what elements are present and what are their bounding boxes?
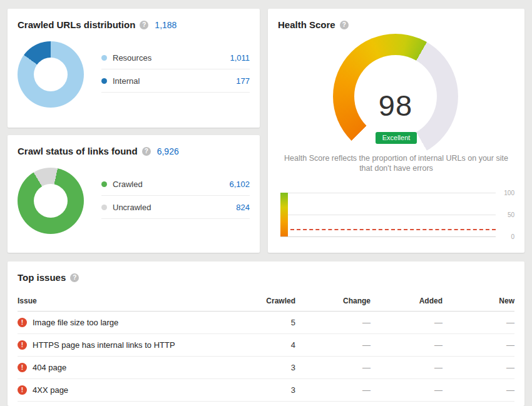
card-header: Crawl status of links found ? 6,926 — [8, 135, 260, 156]
legend-value-link[interactable]: 1,011 — [230, 53, 250, 63]
legend-value-link[interactable]: 6,102 — [229, 180, 250, 189]
issue-change: — — [295, 357, 371, 379]
top-issues-table: Issue Crawled Change Added New ! Image f… — [18, 291, 514, 402]
crawled-urls-total-link[interactable]: 1,188 — [155, 20, 176, 30]
legend-row-internal: Internal 177 — [101, 69, 250, 93]
issue-crawled-count: 5 — [220, 312, 295, 334]
crawl-status-title: Crawl status of links found — [18, 146, 138, 156]
issue-added: — — [371, 379, 442, 402]
issue-crawled-count: 4 — [220, 334, 295, 357]
help-icon[interactable]: ? — [140, 21, 148, 29]
column-header-change[interactable]: Change — [295, 291, 371, 312]
legend-label: Resources — [113, 53, 151, 63]
axis-label-100: 100 — [498, 190, 514, 196]
gridline-100 — [280, 193, 496, 193]
legend-label: Uncrawled — [113, 203, 151, 212]
legend-dot-icon — [101, 55, 107, 61]
legend-dot-icon — [101, 78, 107, 84]
health-score-card: Health Score ? 98 Excellent Health Score… — [268, 9, 524, 253]
issue-name[interactable]: 404 page — [33, 363, 66, 372]
column-header-crawled[interactable]: Crawled — [220, 291, 295, 312]
history-dashed-line — [290, 229, 496, 230]
issue-crawled-count: 3 — [220, 357, 295, 379]
legend-label: Internal — [113, 76, 140, 86]
help-icon[interactable]: ? — [142, 147, 151, 156]
top-issues-title: Top issues — [18, 272, 66, 283]
crawled-urls-title: Crawled URLs distribution — [18, 19, 135, 30]
issue-change: — — [295, 334, 371, 357]
issue-new: — — [442, 379, 514, 402]
gridline-0 — [280, 236, 496, 237]
table-row[interactable]: ! 404 page 3 — — — — [18, 357, 514, 379]
score-scale-bar — [280, 193, 288, 236]
axis-label-50: 50 — [498, 211, 514, 218]
issue-added: — — [371, 334, 442, 357]
crawl-status-legend: Crawled 6,102 Uncrawled 824 — [101, 173, 250, 234]
help-icon[interactable]: ? — [340, 21, 349, 29]
table-row[interactable]: ! Image file size too large 5 — — — — [18, 312, 514, 334]
error-icon: ! — [18, 363, 27, 372]
legend-dot-icon — [101, 205, 107, 210]
crawl-status-donut-chart — [18, 168, 84, 234]
health-score-badge: Excellent — [376, 132, 417, 144]
issue-name[interactable]: Image file size too large — [33, 318, 118, 327]
issue-new: — — [442, 312, 514, 334]
card-body: Resources 1,011 Internal 177 — [8, 30, 260, 108]
legend-value-link[interactable]: 177 — [236, 76, 250, 86]
legend-row-resources: Resources 1,011 — [101, 46, 250, 69]
error-icon: ! — [18, 318, 27, 327]
legend-dot-icon — [101, 181, 107, 187]
crawled-urls-legend: Resources 1,011 Internal 177 — [101, 46, 250, 108]
issue-name[interactable]: HTTPS page has internal links to HTTP — [33, 340, 175, 350]
health-score-history-chart: 100 50 0 — [280, 185, 514, 241]
column-header-added[interactable]: Added — [371, 291, 442, 312]
issue-added: — — [371, 357, 442, 379]
gridline-50 — [280, 215, 496, 215]
top-issues-card: Top issues ? Issue Crawled Change Added … — [8, 261, 524, 406]
legend-row-uncrawled: Uncrawled 824 — [101, 196, 250, 219]
issue-new: — — [442, 357, 514, 379]
issue-new: — — [442, 334, 514, 357]
crawl-status-card: Crawl status of links found ? 6,926 Craw… — [8, 135, 260, 253]
error-icon: ! — [18, 385, 27, 395]
legend-row-crawled: Crawled 6,102 — [101, 173, 250, 196]
column-header-new[interactable]: New — [442, 291, 514, 312]
card-header: Health Score ? — [268, 9, 524, 30]
legend-label: Crawled — [113, 180, 143, 189]
column-header-issue[interactable]: Issue — [18, 291, 220, 312]
card-header: Crawled URLs distribution ? 1,188 — [8, 9, 260, 30]
card-header: Top issues ? — [8, 261, 524, 283]
health-score-description: Health Score reflects the proportion of … — [279, 153, 513, 173]
health-score-title: Health Score — [278, 19, 335, 30]
issue-crawled-count: 3 — [220, 379, 295, 402]
error-icon: ! — [18, 340, 27, 350]
help-icon[interactable]: ? — [70, 273, 79, 282]
crawl-status-total-link[interactable]: 6,926 — [157, 146, 179, 156]
issue-name[interactable]: 4XX page — [33, 385, 68, 395]
issue-change: — — [295, 379, 371, 402]
issue-added: — — [371, 312, 442, 334]
health-score-value: 98 — [333, 43, 458, 168]
table-header-row: Issue Crawled Change Added New — [18, 291, 514, 312]
issue-change: — — [295, 312, 371, 334]
legend-value-link[interactable]: 824 — [236, 203, 250, 212]
axis-label-0: 0 — [498, 233, 514, 240]
crawled-urls-card: Crawled URLs distribution ? 1,188 Resour… — [8, 9, 260, 128]
table-row[interactable]: ! HTTPS page has internal links to HTTP … — [18, 334, 514, 357]
table-row[interactable]: ! 4XX page 3 — — — — [18, 379, 514, 402]
crawled-urls-donut-chart — [18, 41, 84, 108]
card-body: Crawled 6,102 Uncrawled 824 — [8, 156, 260, 234]
